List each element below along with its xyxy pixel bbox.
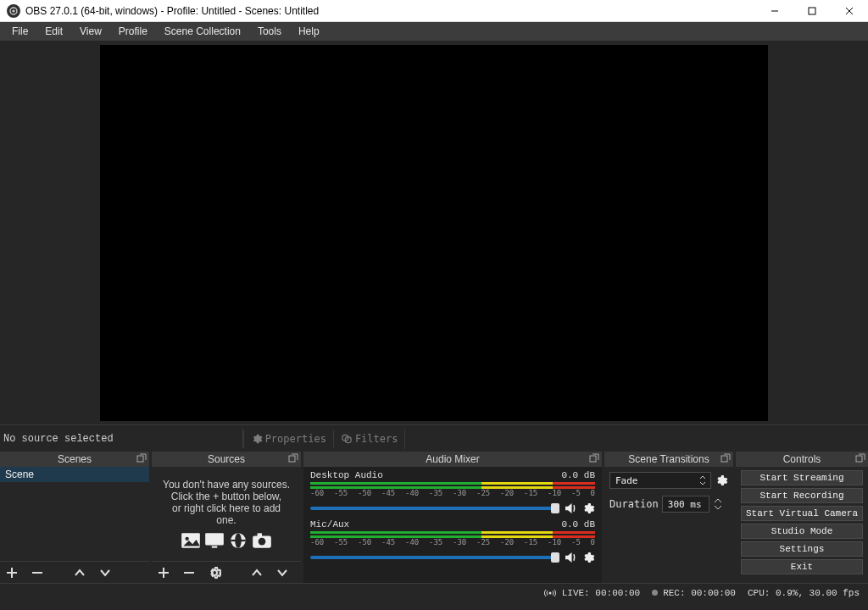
window-title: OBS 27.0.1 (64-bit, windows) - Profile: … [25,5,756,17]
transition-duration-input[interactable]: 300 ms [662,496,709,513]
move-source-up-button[interactable] [250,566,264,580]
controls-title: Controls [783,453,821,465]
svg-point-1 [12,9,14,12]
status-rec-text: REC: 00:00:00 [663,588,736,598]
transition-select[interactable]: Fade [609,472,711,489]
sources-empty-line1: You don't have any sources. [162,479,291,491]
mixer-ch0-mute-button[interactable] [563,501,578,516]
status-live: LIVE: 00:00:00 [543,588,640,598]
start-streaming-button[interactable]: Start Streaming [741,470,863,485]
sources-popout-icon[interactable] [288,453,298,463]
mixer-ch1-volume-slider[interactable] [310,556,559,559]
svg-rect-29 [856,456,862,462]
svg-rect-28 [721,456,727,462]
transitions-dock: Scene Transitions Fade Duration 300 ms [604,452,733,583]
sources-footer [152,561,301,583]
menu-file[interactable]: File [3,23,36,40]
transition-settings-button[interactable] [715,474,728,487]
mixer-ch1-settings-button[interactable] [581,551,595,564]
scenes-footer [0,561,149,583]
filters-label: Filters [355,433,398,445]
scene-item[interactable]: Scene [0,467,149,482]
image-icon [180,531,202,550]
scenes-popout-icon[interactable] [136,453,147,463]
svg-rect-12 [289,456,295,462]
transition-duration-stepper[interactable] [713,497,723,511]
controls-dock: Controls Start Streaming Start Recording… [736,452,868,583]
menu-profile[interactable]: Profile [110,23,156,40]
add-scene-button[interactable] [5,566,19,580]
record-dot-icon [652,590,658,596]
menu-scene-collection[interactable]: Scene Collection [156,23,249,40]
scenes-list[interactable]: Scene [0,467,149,561]
settings-button[interactable]: Settings [741,541,863,557]
menu-tools[interactable]: Tools [249,23,290,40]
source-settings-button[interactable] [208,566,221,580]
sources-title: Sources [208,453,245,465]
mixer-ch1-level: 0.0 dB [561,519,595,530]
exit-button[interactable]: Exit [741,559,863,574]
mixer-ch1-mute-button[interactable] [563,550,578,565]
move-source-down-button[interactable] [275,566,289,580]
add-source-button[interactable] [157,566,170,580]
menu-edit[interactable]: Edit [36,23,71,40]
mixer-ch1-name: Mic/Aux [310,519,349,530]
sources-header: Sources [152,452,301,467]
no-source-label: No source selected [0,433,117,445]
minimize-button[interactable] [756,0,793,22]
camera-icon [251,531,273,550]
sources-hint-icons [162,531,291,550]
mixer-ch0-name: Desktop Audio [310,470,383,480]
transitions-title: Scene Transitions [628,453,709,465]
transitions-body: Fade Duration 300 ms [604,467,733,583]
maximize-button[interactable] [793,0,831,22]
sources-empty-line3: or right click here to add one. [162,502,291,526]
mixer-ch0-volume-slider[interactable] [310,507,559,510]
source-filters-button[interactable]: Filters [333,430,405,447]
status-cpu-text: CPU: 0.9%, 30.00 fps [748,588,860,598]
svg-rect-20 [231,540,245,541]
mixer-popout-icon[interactable] [589,453,599,463]
svg-point-22 [259,538,266,546]
controls-popout-icon[interactable] [855,453,865,463]
transition-duration-label: Duration [609,498,659,510]
move-scene-up-button[interactable] [73,566,86,580]
remove-source-button[interactable] [182,566,196,580]
controls-header: Controls [736,452,868,467]
status-bar: LIVE: 00:00:00 REC: 00:00:00 CPU: 0.9%, … [0,583,868,602]
properties-label: Properties [265,433,326,445]
sources-empty-text: You don't have any sources. Click the + … [152,467,301,553]
menu-bar: File Edit View Profile Scene Collection … [0,22,868,41]
scenes-dock: Scenes Scene [0,452,149,583]
start-recording-button[interactable]: Start Recording [741,488,863,503]
studio-mode-button[interactable]: Studio Mode [741,524,863,539]
source-properties-button[interactable]: Properties [243,430,333,447]
scenes-title: Scenes [58,453,92,465]
mixer-body: Desktop Audio 0.0 dB -60-55-50-45-40-35-… [303,467,602,583]
source-toolbar: No source selected Properties Filters [0,424,868,452]
svg-rect-17 [212,546,218,548]
svg-rect-16 [205,533,224,545]
audio-mixer-dock: Audio Mixer Desktop Audio 0.0 dB -60-55-… [303,452,602,583]
svg-rect-8 [137,456,143,462]
mixer-channel-mic: Mic/Aux 0.0 dB -60-55-50-45-40-35-30-25-… [303,516,602,565]
app-icon [7,4,20,18]
close-button[interactable] [831,0,868,22]
preview-canvas[interactable] [100,45,768,421]
mixer-title: Audio Mixer [426,453,479,465]
menu-help[interactable]: Help [290,23,328,40]
remove-scene-button[interactable] [31,566,44,580]
transitions-header: Scene Transitions [604,452,733,467]
mixer-ch0-meter: -60-55-50-45-40-35-30-25-20-15-10-50 [310,482,595,499]
svg-rect-3 [809,8,815,14]
mixer-ch0-settings-button[interactable] [581,502,595,515]
move-scene-down-button[interactable] [98,566,112,580]
sources-list[interactable]: You don't have any sources. Click the + … [152,467,301,561]
status-cpu: CPU: 0.9%, 30.00 fps [748,588,860,598]
svg-rect-23 [258,533,262,536]
start-virtual-camera-button[interactable]: Start Virtual Camera [741,506,863,521]
menu-view[interactable]: View [71,23,110,40]
mixer-header: Audio Mixer [303,452,602,467]
mixer-ch0-level: 0.0 dB [561,470,595,480]
transitions-popout-icon[interactable] [721,453,731,463]
